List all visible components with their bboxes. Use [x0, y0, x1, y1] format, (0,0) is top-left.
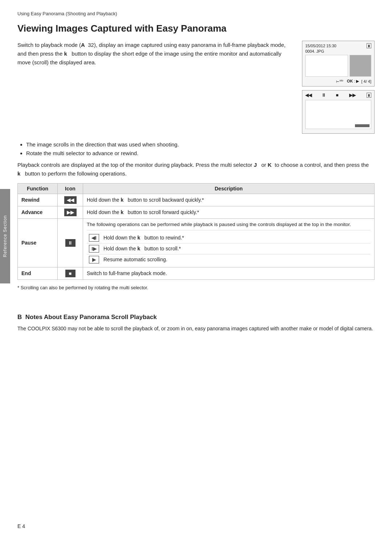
cam-img-white — [305, 55, 348, 77]
intro-paragraph: Switch to playback mode (A 32), display … — [17, 41, 293, 67]
table-row-end: End ■ Switch to full-frame playback mode… — [18, 267, 375, 279]
camera-battery-1: ▮ — [367, 43, 371, 48]
cam2-image-area — [305, 100, 371, 129]
bullet-1: The image scrolls in the direction that … — [26, 140, 375, 149]
icon-box-rewind: ◀◀ — [64, 196, 77, 204]
notes-title: B Notes About Easy Panorama Scroll Playb… — [17, 314, 375, 321]
cam2-advance: ▶▶ — [349, 93, 356, 98]
desc-pause: The following operations can be performe… — [83, 218, 375, 267]
cam2-controls: ◀◀ II ■ ▶▶ ▮ — [305, 93, 371, 98]
sub-icon-box-rewind: ◀I — [89, 234, 99, 242]
icon-end: ■ — [58, 267, 83, 279]
sub-icon-resume: ▶ — [87, 254, 101, 265]
func-pause: Pause — [18, 218, 58, 267]
desc-rewind: Hold down the k button to scroll backwar… — [83, 194, 375, 206]
th-function: Function — [18, 183, 58, 194]
cam2-rewind: ◀◀ — [305, 93, 312, 98]
camera-screen-2: ◀◀ II ■ ▶▶ ▮ — [302, 90, 375, 134]
controls-text-1: Playback controls are displayed at the t… — [17, 161, 375, 178]
icon-rewind: ◀◀ — [58, 194, 83, 206]
table-row-advance: Advance ▶▶ Hold down the k button to scr… — [18, 206, 375, 218]
cam-icon-symbol: ⊢sto — [336, 79, 343, 84]
func-advance: Advance — [18, 206, 58, 218]
camera-screen-1: 15/05/2012 15:30 ▮ 0004. JPG ⊢sto OK : ▶… — [302, 41, 375, 86]
breadcrumb: Using Easy Panorama (Shooting and Playba… — [17, 11, 375, 16]
cam-ok-label: OK : ▶ — [347, 79, 359, 84]
sub-icon-scroll: I▶ — [87, 243, 101, 254]
func-end: End — [18, 267, 58, 279]
notes-text: The COOLPIX S6300 may not be able to scr… — [17, 325, 375, 333]
intro-images: 15/05/2012 15:30 ▮ 0004. JPG ⊢sto OK : ▶… — [302, 41, 375, 133]
sub-icon-rewind: ◀I — [87, 233, 101, 243]
icon-advance: ▶▶ — [58, 206, 83, 218]
camera-filename: 0004. JPG — [305, 49, 371, 53]
notes-section: B Notes About Easy Panorama Scroll Playb… — [17, 314, 375, 333]
camera-image-area — [305, 55, 371, 77]
side-tab: Reference Section — [0, 189, 10, 283]
notes-prefix: B — [17, 314, 22, 321]
bullet-2: Rotate the multi selector to advance or … — [26, 149, 375, 158]
pause-top-text: The following operations can be performe… — [87, 221, 371, 230]
cam2-pause: II — [323, 93, 325, 98]
sub-row-resume: ▶ Resume automatic scrolling. — [87, 254, 371, 265]
section-title: Viewing Images Captured with Easy Panora… — [17, 23, 375, 34]
function-table: Function Icon Description Rewind ◀◀ Hold… — [17, 183, 375, 280]
icon-pause: II — [58, 218, 83, 267]
side-tab-label: Reference Section — [3, 215, 8, 257]
sub-desc-resume: Resume automatic scrolling. — [101, 254, 371, 265]
sub-row-scroll: I▶ Hold down the k button to scroll.* — [87, 243, 371, 254]
cam2-scroll-indicator — [355, 124, 369, 127]
footnote: * Scrolling can also be performed by rot… — [17, 284, 375, 292]
sub-icon-box-scroll: I▶ — [89, 245, 99, 253]
intro-area: Switch to playback mode (A 32), display … — [17, 41, 375, 133]
cam2-stop: ■ — [336, 93, 338, 98]
bullet-section: The image scrolls in the direction that … — [17, 140, 375, 178]
bullet-list: The image scrolls in the direction that … — [26, 140, 375, 158]
th-icon: Icon — [58, 183, 83, 194]
func-rewind: Rewind — [18, 194, 58, 206]
intro-text: Switch to playback mode (A 32), display … — [17, 41, 293, 133]
table-row-rewind: Rewind ◀◀ Hold down the k button to scro… — [18, 194, 375, 206]
notes-heading: Notes About Easy Panorama Scroll Playbac… — [25, 314, 157, 321]
th-description: Description — [83, 183, 375, 194]
cam-img-gray — [350, 55, 371, 77]
camera-date: 15/05/2012 15:30 — [305, 44, 336, 48]
icon-box-advance: ▶▶ — [64, 209, 77, 216]
desc-advance: Hold down the k button to scroll forward… — [83, 206, 375, 218]
cam-counter: [ 4/ 4] — [361, 79, 371, 84]
camera-bottom: ⊢sto OK : ▶ [ 4/ 4] — [305, 79, 371, 84]
sub-row-rewind: ◀I Hold down the k button to rewind.* — [87, 233, 371, 243]
icon-box-end: ■ — [65, 270, 75, 277]
sub-desc-rewind: Hold down the k button to rewind.* — [101, 233, 371, 243]
page-footer: E 4 — [17, 523, 25, 529]
sub-table: ◀I Hold down the k button to rewind.* I▶… — [87, 233, 371, 265]
table-row-pause: Pause II The following operations can be… — [18, 218, 375, 267]
desc-end: Switch to full-frame playback mode. — [83, 267, 375, 279]
icon-box-pause: II — [65, 239, 75, 247]
sub-desc-scroll: Hold down the k button to scroll.* — [101, 243, 371, 254]
sub-icon-box-resume: ▶ — [89, 256, 99, 263]
cam2-battery: ▮ — [367, 93, 371, 98]
